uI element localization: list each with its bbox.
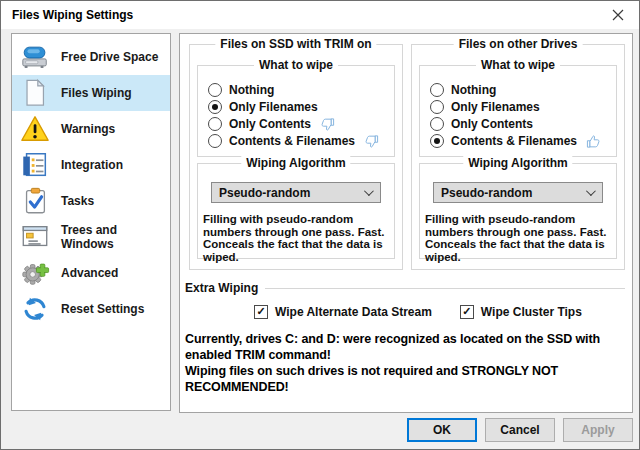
group-files-on-ssd: Files on SSD with TRIM on What to wipe N…	[189, 44, 403, 270]
files-wiping-panel: Files on SSD with TRIM on What to wipe N…	[179, 33, 633, 413]
group-title: Wiping Algorithm	[463, 156, 572, 171]
cancel-button[interactable]: Cancel	[485, 418, 555, 442]
radio-other-only-contents[interactable]: Only Contents	[420, 115, 616, 132]
warning-line: Currently, drives C: and D: were recogni…	[185, 331, 631, 347]
algorithm-selected-value: Pseudo-random	[219, 186, 310, 200]
check-icon: ✓	[462, 306, 471, 317]
checkbox-wipe-alternate-data-stream[interactable]: ✓ Wipe Alternate Data Stream	[254, 305, 432, 319]
sidebar-item-label: Tasks	[61, 194, 94, 208]
apply-button[interactable]: Apply	[563, 418, 633, 442]
radio-button[interactable]	[430, 134, 444, 148]
sidebar-item-integration[interactable]: Integration	[12, 147, 170, 183]
radio-ssd-nothing[interactable]: Nothing	[198, 81, 394, 98]
radio-label: Only Contents	[229, 117, 311, 131]
radio-button[interactable]	[208, 83, 222, 97]
extra-wiping-options: ✓ Wipe Alternate Data Stream ✓ Wipe Clus…	[254, 305, 582, 319]
extra-wiping-title: Extra Wiping	[185, 281, 258, 295]
radio-button[interactable]	[208, 100, 222, 114]
group-title: What to wipe	[476, 58, 560, 73]
algorithm-description: Filling with pseudo-random numbers throu…	[425, 213, 613, 263]
radio-label: Nothing	[229, 83, 274, 97]
radio-label: Contents & Filenames	[229, 134, 355, 148]
sidebar-item-trees-and-windows[interactable]: Trees and Windows	[12, 219, 170, 255]
sidebar-item-label: Files Wiping	[61, 86, 132, 100]
chevron-down-icon	[364, 186, 374, 196]
radio-ssd-only-filenames[interactable]: Only Filenames	[198, 98, 394, 115]
group-wiping-algorithm-ssd: Wiping Algorithm Pseudo-random Filling w…	[197, 163, 395, 259]
window-title: Files Wiping Settings	[1, 8, 133, 22]
algorithm-select-other[interactable]: Pseudo-random	[433, 182, 603, 203]
sidebar-item-label: Reset Settings	[61, 302, 144, 316]
tasks-clipboard-icon	[20, 186, 50, 216]
checkbox-label: Wipe Cluster Tips	[481, 305, 582, 319]
close-button[interactable]	[601, 1, 635, 29]
files-wiping-settings-dialog: Files Wiping Settings Free Drive Space	[0, 0, 640, 450]
warning-triangle-icon	[20, 114, 50, 144]
radio-other-only-filenames[interactable]: Only Filenames	[420, 98, 616, 115]
group-title: Files on SSD with TRIM on	[215, 37, 376, 52]
warning-line: Wiping files on such drives is not requi…	[185, 363, 631, 379]
radio-ssd-only-contents[interactable]: Only Contents	[198, 115, 394, 132]
sidebar-item-warnings[interactable]: Warnings	[12, 111, 170, 147]
sidebar-item-label: Free Drive Space	[61, 50, 158, 64]
sidebar-item-files-wiping[interactable]: Files Wiping	[12, 75, 170, 111]
refresh-arrows-icon	[20, 294, 50, 324]
algorithm-description: Filling with pseudo-random numbers throu…	[203, 213, 391, 263]
radio-label: Nothing	[451, 83, 496, 97]
group-what-to-wipe-other: What to wipe Nothing Only Filenames Only…	[419, 65, 617, 157]
radio-ssd-contents-and-filenames[interactable]: Contents & Filenames	[198, 132, 394, 149]
group-wiping-algorithm-other: Wiping Algorithm Pseudo-random Filling w…	[419, 163, 617, 259]
drives-icon	[20, 42, 50, 72]
radio-other-nothing[interactable]: Nothing	[420, 81, 616, 98]
radio-button[interactable]	[208, 134, 222, 148]
radio-button[interactable]	[430, 100, 444, 114]
check-icon: ✓	[256, 306, 265, 317]
checkbox-wipe-cluster-tips[interactable]: ✓ Wipe Cluster Tips	[460, 305, 582, 319]
thumb-down-icon	[320, 117, 335, 132]
sidebar-item-label: Integration	[61, 158, 123, 172]
sidebar-item-reset-settings[interactable]: Reset Settings	[12, 291, 170, 327]
radio-other-contents-and-filenames[interactable]: Contents & Filenames	[420, 132, 616, 149]
gear-plus-icon	[20, 258, 50, 288]
radio-label: Only Contents	[451, 117, 533, 131]
document-icon	[20, 78, 50, 108]
extra-wiping-header: Extra Wiping	[185, 281, 625, 295]
radio-button[interactable]	[208, 117, 222, 131]
thumb-down-icon	[364, 134, 379, 149]
titlebar: Files Wiping Settings	[1, 1, 639, 29]
group-title: Wiping Algorithm	[241, 156, 350, 171]
thumb-up-icon	[586, 134, 601, 149]
algorithm-select-ssd[interactable]: Pseudo-random	[211, 182, 381, 203]
group-title: What to wipe	[254, 58, 338, 73]
ok-button[interactable]: OK	[407, 418, 477, 442]
sidebar-item-advanced[interactable]: Advanced	[12, 255, 170, 291]
radio-label: Only Filenames	[451, 100, 540, 114]
checkbox-box[interactable]: ✓	[460, 305, 474, 319]
divider	[265, 288, 625, 289]
sidebar-item-label: Warnings	[61, 122, 115, 136]
group-files-on-other-drives: Files on other Drives What to wipe Nothi…	[411, 44, 625, 270]
group-title: Files on other Drives	[454, 37, 583, 52]
chevron-down-icon	[586, 186, 596, 196]
sidebar-item-label: Trees and Windows	[61, 223, 170, 251]
radio-button[interactable]	[430, 117, 444, 131]
algorithm-selected-value: Pseudo-random	[441, 186, 532, 200]
settings-nav-sidebar: Free Drive Space Files Wiping Warnings	[11, 33, 171, 411]
warning-line: RECOMMENDED!	[185, 379, 631, 395]
integration-list-icon	[20, 150, 50, 180]
radio-label: Only Filenames	[229, 100, 318, 114]
warning-line: enabled TRIM command!	[185, 347, 631, 363]
checkbox-label: Wipe Alternate Data Stream	[275, 305, 432, 319]
close-icon	[612, 9, 624, 21]
sidebar-item-tasks[interactable]: Tasks	[12, 183, 170, 219]
window-tree-icon	[20, 222, 50, 252]
radio-label: Contents & Filenames	[451, 134, 577, 148]
ssd-trim-warning-text: Currently, drives C: and D: were recogni…	[185, 331, 631, 395]
checkbox-box[interactable]: ✓	[254, 305, 268, 319]
group-what-to-wipe-ssd: What to wipe Nothing Only Filenames Only…	[197, 65, 395, 157]
radio-button[interactable]	[430, 83, 444, 97]
sidebar-item-label: Advanced	[61, 266, 118, 280]
sidebar-item-free-drive-space[interactable]: Free Drive Space	[12, 39, 170, 75]
